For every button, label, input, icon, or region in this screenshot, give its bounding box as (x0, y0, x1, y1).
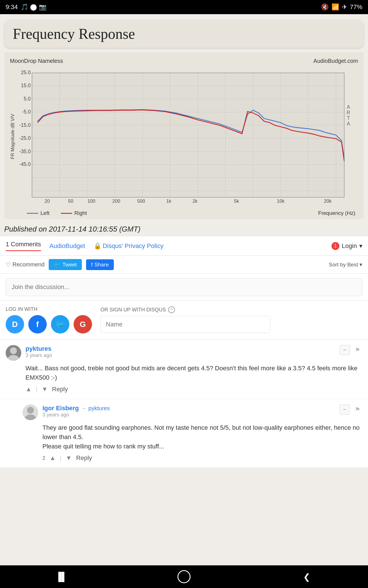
svg-text:200: 200 (112, 198, 120, 204)
comment-2-flag[interactable]: ⚑ (352, 405, 362, 414)
svg-point-51 (27, 407, 34, 414)
comment-2-author[interactable]: Igor Eisberg (42, 405, 79, 412)
bottom-nav: ▐▌ ❮ (0, 565, 368, 588)
sort-chevron-icon: ▾ (360, 262, 362, 268)
comment-2-votes: 2 (42, 455, 45, 461)
audiobudget-link[interactable]: AudioBudget (50, 242, 85, 250)
privacy-link[interactable]: 🔒 Disqus' Privacy Policy (94, 242, 163, 250)
svg-text:25.0: 25.0 (21, 70, 31, 75)
freq-label: Frequency (Hz) (318, 210, 358, 216)
comment-2-avatar (23, 405, 38, 420)
svg-text:10k: 10k (277, 198, 284, 204)
app-icons: 🎵 ⬤ 📷 (21, 3, 46, 11)
login-with-section: LOG IN WITH D f 🐦 G (6, 306, 92, 333)
comment-2-time: 3 years ago (42, 412, 335, 418)
share-button[interactable]: f Share (86, 259, 114, 270)
help-icon[interactable]: ? (168, 306, 175, 313)
comment-2: Igor Eisberg → pyktures 3 years ago − ⚑ … (0, 399, 368, 468)
chart-wrapper: 25.0 15.0 5.0 -5.0 -15.0 -25.0 -35.0 -45… (10, 66, 358, 207)
comment-1-time: 3 years ago (25, 352, 335, 358)
google-login-button[interactable]: G (74, 315, 92, 333)
heart-icon: ♡ (6, 261, 11, 268)
svg-text:-35.0: -35.0 (19, 149, 31, 154)
svg-text:2k: 2k (192, 198, 198, 204)
comment-2-minimize[interactable]: − (340, 405, 350, 414)
chart-legend: Left Right Frequency (Hz) (10, 210, 358, 216)
comment-1-reply-button[interactable]: Reply (52, 386, 68, 393)
comment-1-downvote[interactable]: ▼ (42, 386, 48, 393)
legend-left: Left (27, 210, 50, 216)
status-right: 🔇 📶 ✈ 77% (321, 3, 362, 11)
chart-source: AudioBudget.com (313, 58, 358, 64)
legend-right: Right (61, 210, 87, 216)
svg-text:50: 50 (68, 198, 73, 204)
home-icon (177, 570, 191, 583)
login-badge: 1 (331, 242, 339, 250)
svg-text:A: A (347, 104, 350, 110)
time: 9:34 (6, 3, 18, 11)
sort-dropdown[interactable]: Sort by Best ▾ (329, 261, 362, 268)
facebook-icon: f (91, 262, 93, 268)
back-icon: ❮ (303, 572, 310, 582)
comment-1-author[interactable]: pyktures (25, 345, 335, 352)
facebook-login-button[interactable]: f (28, 315, 47, 333)
log-in-with-label: LOG IN WITH (6, 306, 92, 312)
svg-text:15.0: 15.0 (21, 83, 31, 88)
svg-text:20: 20 (45, 198, 50, 204)
comment-2-body: They are good flat sounding earphones. N… (42, 423, 362, 451)
comment-2-footer: 2 ▲ | ▼ Reply (42, 454, 362, 462)
airplane-icon: ✈ (342, 3, 347, 11)
comment-2-actions: − ⚑ (340, 405, 362, 414)
comment-2-upvote[interactable]: ▲ (50, 454, 56, 462)
right-line-indicator (61, 213, 72, 214)
page-title: Frequency Response (13, 25, 355, 42)
back-button[interactable]: ❮ (295, 570, 318, 584)
wifi-icon: 📶 (331, 3, 339, 11)
login-options: LOG IN WITH D f 🐦 G OR SIGN UP WITH DISQ… (0, 301, 368, 339)
comments-count: 1 Comments (6, 241, 41, 251)
comment-1-minimize[interactable]: − (340, 345, 350, 355)
comments-section: 1 Comments AudioBudget 🔒 Disqus' Privacy… (0, 236, 368, 468)
join-discussion (0, 274, 368, 301)
svg-text:A: A (347, 121, 350, 127)
svg-text:-5.0: -5.0 (22, 109, 31, 115)
recommend-button[interactable]: ♡ Recommend (6, 261, 44, 268)
social-login-icons: D f 🐦 G (6, 315, 92, 333)
disqus-login-button[interactable]: D (6, 315, 24, 333)
home-button[interactable] (173, 570, 195, 584)
svg-text:-25.0: -25.0 (19, 135, 31, 141)
join-input[interactable] (6, 278, 362, 296)
comment-2-downvote[interactable]: ▼ (66, 454, 72, 462)
mute-icon: 🔇 (321, 3, 329, 11)
status-left: 9:34 🎵 ⬤ 📷 (6, 3, 46, 11)
comment-1-footer: ▲ | ▼ Reply (25, 386, 362, 393)
login-label: Login (342, 242, 357, 250)
comment-2-meta: Igor Eisberg → pyktures 3 years ago (42, 405, 335, 418)
twitter-icon: 🐦 (54, 261, 61, 268)
svg-text:T: T (347, 115, 350, 121)
recent-apps-icon: ▐▌ (55, 572, 67, 581)
comment-1-flag[interactable]: ⚑ (352, 345, 362, 355)
svg-text:20k: 20k (324, 198, 331, 204)
svg-text:-45.0: -45.0 (19, 161, 31, 167)
twitter-login-button[interactable]: 🐦 (51, 315, 69, 333)
svg-text:5.0: 5.0 (24, 96, 31, 102)
title-bar: Frequency Response (4, 20, 364, 48)
svg-text:FR Magnitude dB V/V: FR Magnitude dB V/V (10, 114, 15, 159)
comment-2-reply-to: pyktures (88, 405, 110, 412)
svg-text:100: 100 (87, 198, 95, 204)
svg-text:5k: 5k (234, 198, 239, 204)
name-input[interactable] (100, 316, 270, 333)
svg-rect-1 (32, 73, 344, 197)
login-button[interactable]: 1 Login ▾ (331, 242, 362, 250)
tweet-button[interactable]: 🐦 Tweet (49, 259, 82, 270)
comments-nav: 1 Comments AudioBudget 🔒 Disqus' Privacy… (0, 236, 368, 256)
comment-2-header: Igor Eisberg → pyktures 3 years ago − ⚑ (23, 405, 362, 420)
lock-icon: 🔒 (94, 242, 101, 250)
comment-1-upvote[interactable]: ▲ (25, 386, 32, 393)
or-signup-label: OR SIGN UP WITH DISQUS ? (100, 306, 270, 313)
comment-2-reply-button[interactable]: Reply (76, 454, 92, 462)
recent-apps-button[interactable]: ▐▌ (50, 570, 73, 584)
product-name: MoonDrop Nameless (10, 58, 63, 64)
battery: 77% (350, 3, 362, 11)
